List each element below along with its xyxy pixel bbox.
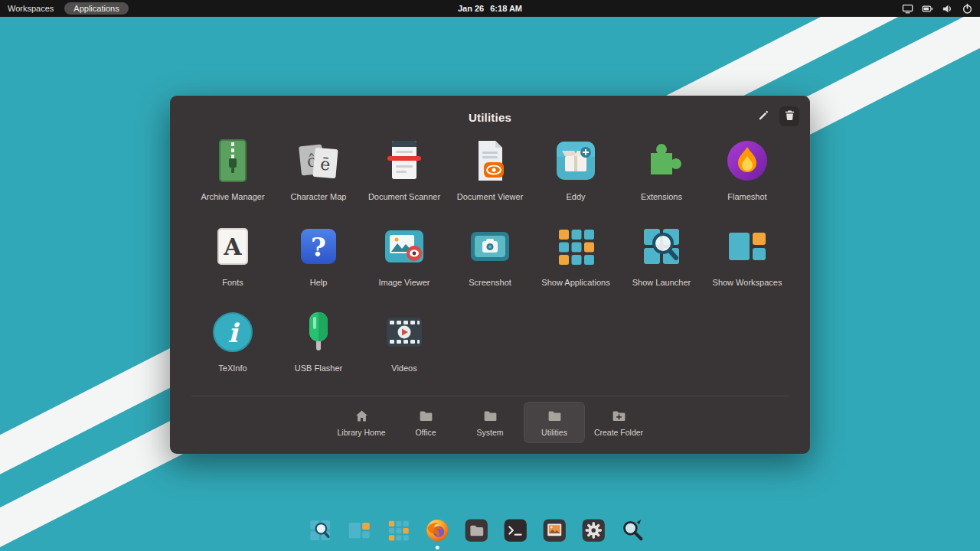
app-item-eddy[interactable]: Eddy (533, 136, 619, 222)
app-folder-dialog: Utilities Archive ManagerĉēCharacter Map… (170, 96, 810, 454)
texinfo-icon: i (208, 308, 257, 357)
tab-system[interactable]: System (459, 402, 521, 443)
app-label: Archive Manager (201, 192, 264, 201)
app-grid: Archive ManagerĉēCharacter MapDocument S… (170, 136, 810, 393)
terminal-icon (501, 533, 529, 546)
app-item-show-launcher[interactable]: Show Launcher (619, 222, 704, 308)
tab-office[interactable]: Office (395, 402, 456, 443)
app-label: Image Viewer (378, 278, 430, 287)
applications-menu[interactable]: Applications (64, 2, 128, 15)
app-label: Show Workspaces (713, 278, 782, 287)
help-icon: ? (294, 222, 343, 271)
app-item-flameshot[interactable]: Flameshot (704, 136, 790, 222)
screenshot-tool-icon (619, 533, 646, 546)
tab-library-home[interactable]: Library Home (331, 402, 392, 443)
volume-icon[interactable] (942, 3, 953, 15)
battery-icon[interactable] (922, 3, 933, 15)
tab-label: Create Folder (594, 428, 643, 437)
app-item-fonts[interactable]: AFonts (190, 222, 276, 308)
app-item-screenshot[interactable]: Screenshot (447, 222, 533, 308)
app-label: Eddy (566, 192, 585, 201)
flameshot-icon (723, 136, 772, 185)
app-item-videos[interactable]: Videos (361, 308, 447, 393)
clock-date: Jan 26 (458, 4, 484, 13)
folder-tabs: Library HomeOfficeSystemUtilitiesCreate … (170, 396, 810, 443)
display-icon[interactable] (902, 3, 913, 15)
app-label: USB Flasher (295, 364, 342, 373)
dock-item-show-workspaces[interactable] (345, 517, 373, 544)
tab-create-folder[interactable]: Create Folder (588, 402, 649, 443)
folder-title: Utilities (170, 96, 810, 124)
clock-time: 6:18 AM (490, 4, 522, 13)
app-item-document-scanner[interactable]: Document Scanner (361, 136, 447, 222)
dock-item-settings[interactable] (580, 517, 607, 544)
app-label: Fonts (222, 278, 243, 287)
character-map-icon: ĉē (294, 136, 343, 185)
dock-item-show-launcher[interactable] (306, 517, 334, 544)
document-scanner-icon (380, 136, 429, 185)
videos-icon (380, 308, 429, 357)
screenshot-icon (466, 222, 514, 271)
document-viewer-icon (466, 136, 514, 185)
app-item-extensions[interactable]: Extensions (619, 136, 704, 222)
folder-actions (753, 106, 799, 126)
app-item-usb-flasher[interactable]: USB Flasher (276, 308, 361, 393)
folder-icon (418, 408, 434, 424)
show-launcher-icon (306, 533, 334, 546)
usb-flasher-icon (294, 308, 343, 357)
app-label: Videos (391, 364, 416, 373)
dock-item-terminal[interactable] (501, 517, 529, 544)
app-item-image-viewer[interactable]: Image Viewer (361, 222, 447, 308)
photos-icon (541, 533, 568, 546)
dock-item-files[interactable] (462, 517, 490, 544)
dock (306, 517, 646, 544)
tab-utilities[interactable]: Utilities (524, 402, 585, 443)
show-workspaces-icon (345, 533, 373, 546)
app-item-archive-manager[interactable]: Archive Manager (190, 136, 276, 222)
dock-item-show-applications[interactable] (384, 517, 412, 544)
firefox-icon (423, 533, 451, 546)
svg-text:?: ? (311, 232, 326, 262)
tab-label: Utilities (541, 428, 567, 437)
system-indicators (902, 3, 980, 15)
trash-icon (783, 109, 796, 125)
archive-manager-icon (208, 136, 257, 185)
app-label: Extensions (641, 192, 682, 201)
show-applications-icon (384, 533, 412, 546)
settings-icon (580, 533, 607, 546)
app-label: Document Viewer (457, 192, 524, 201)
delete-folder-button[interactable] (779, 106, 799, 126)
workspaces-menu[interactable]: Workspaces (8, 4, 54, 13)
app-label: Show Launcher (632, 278, 691, 287)
files-icon (462, 533, 490, 546)
show-launcher-icon (637, 222, 686, 271)
app-label: Help (310, 278, 328, 287)
show-workspaces-icon (723, 222, 772, 271)
folder-icon (482, 408, 498, 424)
top-panel: Workspaces Applications Jan 26 6:18 AM (0, 0, 980, 17)
tab-label: Office (415, 428, 436, 437)
image-viewer-icon (380, 222, 429, 271)
home-icon (354, 408, 370, 424)
edit-folder-button[interactable] (753, 106, 773, 126)
dock-item-firefox[interactable] (423, 517, 451, 544)
app-item-texinfo[interactable]: iTeXInfo (190, 308, 276, 393)
edit-icon (757, 109, 770, 125)
app-item-show-applications[interactable]: Show Applications (533, 222, 619, 308)
app-label: TeXInfo (218, 364, 247, 373)
dock-item-photos[interactable] (541, 517, 568, 544)
running-indicator (436, 546, 439, 549)
tab-label: Library Home (337, 428, 385, 437)
extensions-icon (637, 136, 686, 185)
app-label: Screenshot (469, 278, 511, 287)
folder-plus-icon (611, 408, 627, 424)
app-item-show-workspaces[interactable]: Show Workspaces (704, 222, 790, 308)
dock-item-screenshot-tool[interactable] (619, 517, 646, 544)
app-item-document-viewer[interactable]: Document Viewer (447, 136, 533, 222)
folder-icon (547, 408, 563, 424)
tab-label: System (476, 428, 503, 437)
app-item-character-map[interactable]: ĉēCharacter Map (276, 136, 361, 222)
power-icon[interactable] (962, 3, 973, 15)
clock[interactable]: Jan 26 6:18 AM (458, 4, 522, 13)
app-item-help[interactable]: ?Help (276, 222, 361, 308)
